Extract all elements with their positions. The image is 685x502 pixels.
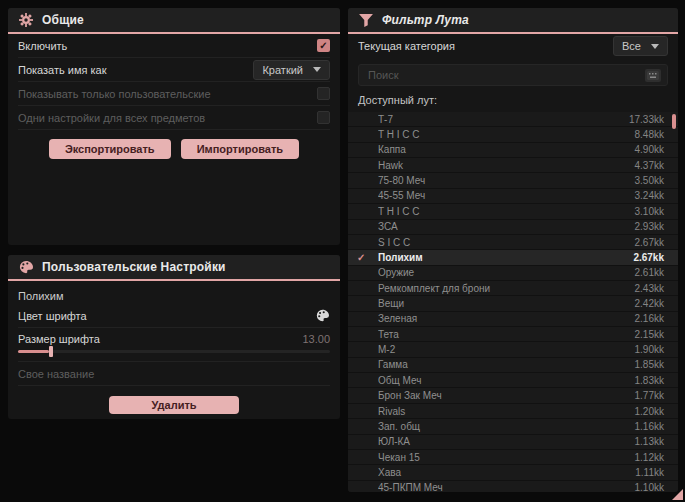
item-value: 2.15kk [635, 329, 664, 340]
custom-name-input[interactable]: Свое название [18, 368, 94, 380]
palette-icon [19, 260, 33, 274]
item-value: 1.85kk [635, 359, 664, 370]
enable-label: Включить [18, 40, 67, 52]
item-value: 4.90kk [635, 144, 664, 155]
list-item[interactable]: ✓ Гамма 1.85kk [348, 358, 678, 373]
item-value: 2.16kk [635, 313, 664, 324]
selected-item-name: Полихим [8, 281, 340, 304]
list-item[interactable]: ✓ Hawk 4.37kk [348, 158, 678, 173]
list-item[interactable]: ✓ Каппа 4.90kk [348, 143, 678, 158]
category-dropdown[interactable]: Все [613, 36, 668, 56]
same-settings-row: Одни настройки для всех предметов [18, 106, 330, 130]
loot-filter-header: Фильтр Лута [348, 8, 678, 34]
item-value: 1.13kk [635, 436, 664, 447]
font-color-row: Цвет шрифта [18, 304, 330, 328]
general-panel-title: Общие [42, 13, 84, 27]
export-button[interactable]: Экспортировать [49, 139, 171, 159]
list-item[interactable]: ✓ Общ Меч 1.83kk [348, 373, 678, 388]
item-name: 45-55 Меч [378, 190, 635, 201]
import-button[interactable]: Импортировать [181, 139, 299, 159]
custom-name-row: Свое название [18, 362, 330, 386]
item-name: ЮЛ-КА [378, 436, 635, 447]
item-value: 2.61kk [635, 267, 664, 278]
list-item[interactable]: ✓ Rivals 1.20kk [348, 404, 678, 419]
same-settings-checkbox[interactable] [317, 111, 330, 124]
list-item[interactable]: ✓ Вещи 2.42kk [348, 296, 678, 311]
list-item[interactable]: ✓ Брон Зак Меч 1.77kk [348, 388, 678, 403]
gear-icon [19, 13, 33, 27]
list-item[interactable]: ✓ М-2 1.90kk [348, 342, 678, 357]
item-name: Гамма [378, 359, 635, 370]
list-item[interactable]: ✓ Полихим 2.67kk [348, 250, 678, 265]
check-icon: ✓ [357, 252, 365, 263]
item-value: 2.67kk [633, 252, 664, 263]
custom-settings-title: Пользовательские Настройки [42, 260, 226, 274]
item-name: Брон Зак Меч [378, 390, 635, 401]
list-item[interactable]: ✓ Тета 2.15kk [348, 327, 678, 342]
item-value: 1.90kk [635, 344, 664, 355]
font-size-value: 13.00 [302, 333, 330, 345]
list-item[interactable]: ✓ ЗСА 2.93kk [348, 220, 678, 235]
item-value: 1.20kk [635, 406, 664, 417]
enable-checkbox[interactable]: ✓ [317, 39, 330, 52]
funnel-icon [359, 13, 373, 27]
loot-filter-panel: Фильтр Лута Текущая категория Все Поиск … [348, 8, 678, 492]
resize-grip-icon[interactable] [672, 489, 683, 500]
item-name: 75-80 Меч [378, 175, 635, 186]
item-name: 45-ПКПМ Меч [378, 482, 635, 492]
list-item[interactable]: ✓ Т-7 17.33kk [348, 112, 678, 127]
list-item[interactable]: ✓ Зап. общ 1.16kk [348, 419, 678, 434]
show-name-label: Показать имя как [18, 64, 107, 76]
item-name: Зап. общ [378, 421, 635, 432]
item-name: S I C C [378, 237, 635, 248]
only-custom-checkbox[interactable] [317, 87, 330, 100]
item-name: Rivals [378, 406, 635, 417]
delete-button[interactable]: Удалить [109, 396, 238, 414]
keyboard-icon[interactable] [645, 69, 661, 82]
general-panel-header: Общие [8, 8, 340, 34]
item-name: Каппа [378, 144, 635, 155]
item-value: 1.11kk [635, 467, 664, 478]
show-name-dropdown[interactable]: Краткий [253, 60, 330, 80]
font-color-label: Цвет шрифта [18, 310, 87, 322]
list-item[interactable]: ✓ Чекан 15 1.12kk [348, 450, 678, 465]
item-name: Вещи [378, 298, 635, 309]
same-settings-label: Одни настройки для всех предметов [18, 112, 205, 124]
font-size-slider[interactable] [18, 350, 330, 353]
general-panel: Общие Включить ✓ Показать имя как Кратки… [8, 8, 340, 245]
list-item[interactable]: ✓ S I C C 2.67kk [348, 235, 678, 250]
item-name: Тета [378, 329, 635, 340]
custom-settings-header: Пользовательские Настройки [8, 255, 340, 281]
item-value: 3.50kk [635, 175, 664, 186]
list-item[interactable]: ✓ Ремкомплект для брони 2.43kk [348, 281, 678, 296]
search-input[interactable]: Поиск [358, 64, 668, 86]
available-loot-label: Доступный лут: [348, 86, 678, 110]
enable-row: Включить ✓ [18, 34, 330, 58]
color-picker-icon[interactable] [315, 308, 330, 323]
slider-handle[interactable] [49, 346, 53, 357]
list-item[interactable]: ✓ 45-55 Меч 3.24kk [348, 189, 678, 204]
item-name: Чекан 15 [378, 452, 635, 463]
custom-settings-panel: Пользовательские Настройки Полихим Цвет … [8, 255, 340, 419]
item-name: T H I C C [378, 129, 635, 140]
list-item[interactable]: ✓ Оружие 2.61kk [348, 266, 678, 281]
list-item[interactable]: ✓ 45-ПКПМ Меч 1.10kk [348, 481, 678, 492]
item-name: T H I C C [378, 206, 635, 217]
item-name: Оружие [378, 267, 635, 278]
category-label: Текущая категория [358, 40, 455, 52]
item-value: 1.77kk [635, 390, 664, 401]
list-item[interactable]: ✓ T H I C C 3.10kk [348, 204, 678, 219]
show-name-row: Показать имя как Краткий [18, 58, 330, 82]
item-name: М-2 [378, 344, 635, 355]
item-value: 2.42kk [635, 298, 664, 309]
list-item[interactable]: ✓ ЮЛ-КА 1.13kk [348, 435, 678, 450]
item-value: 1.16kk [635, 421, 664, 432]
list-item[interactable]: ✓ 75-80 Меч 3.50kk [348, 173, 678, 188]
item-value: 8.48kk [635, 129, 664, 140]
item-name: Ремкомплект для брони [378, 283, 635, 294]
list-item[interactable]: ✓ Хава 1.11kk [348, 465, 678, 480]
search-placeholder: Поиск [368, 69, 398, 81]
scrollbar-thumb[interactable] [672, 114, 676, 129]
list-item[interactable]: ✓ T H I C C 8.48kk [348, 127, 678, 142]
list-item[interactable]: ✓ Зеленая 2.16kk [348, 312, 678, 327]
